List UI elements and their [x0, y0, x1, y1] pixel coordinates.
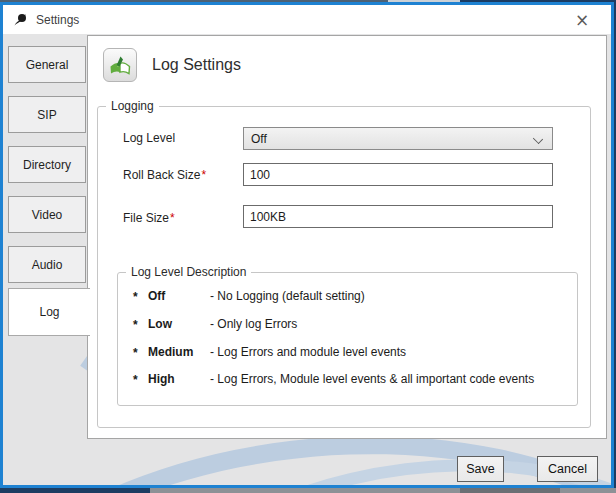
- close-icon[interactable]: ×: [567, 8, 597, 31]
- tab-label: Log: [39, 305, 59, 319]
- chevron-down-icon: [533, 134, 543, 144]
- log-settings-icon: [103, 48, 137, 82]
- asterisk-bullet-icon: *: [133, 373, 138, 387]
- tab-label: Audio: [32, 258, 63, 272]
- log-level-description-group: Log Level Description * Off - No Logging…: [117, 272, 578, 406]
- tab-label: SIP: [37, 108, 56, 122]
- description-row-low: * Low - Only log Errors: [118, 317, 577, 331]
- tab-general[interactable]: General: [8, 46, 86, 83]
- file-size-input[interactable]: [243, 205, 553, 228]
- asterisk-bullet-icon: *: [133, 346, 138, 360]
- background-bottom-strip: [0, 488, 616, 493]
- logging-group-legend: Logging: [106, 98, 159, 114]
- cancel-button[interactable]: Cancel: [537, 456, 598, 482]
- description-group-legend: Log Level Description: [126, 264, 251, 280]
- asterisk-bullet-icon: *: [133, 318, 138, 332]
- description-row-medium: * Medium - Log Errors and module level e…: [118, 345, 577, 359]
- logging-group: Logging Log Level Off Roll Back Size* Fi…: [97, 106, 591, 428]
- roll-back-size-label: Roll Back Size*: [123, 168, 206, 182]
- tab-label: General: [26, 58, 69, 72]
- log-level-select[interactable]: Off: [243, 127, 553, 150]
- tab-sip[interactable]: SIP: [8, 96, 86, 133]
- dialog-content: General SIP Directory Video Audio Log Lo…: [3, 34, 611, 485]
- app-icon: [12, 12, 28, 28]
- log-level-label: Log Level: [123, 131, 175, 145]
- save-button[interactable]: Save: [457, 456, 504, 482]
- page-title: Log Settings: [152, 56, 241, 74]
- description-row-off: * Off - No Logging (default setting): [118, 289, 577, 303]
- tab-audio[interactable]: Audio: [8, 246, 86, 283]
- tab-directory[interactable]: Directory: [8, 146, 86, 183]
- title-bar[interactable]: Settings ×: [3, 5, 611, 34]
- tab-label: Directory: [23, 158, 71, 172]
- settings-window: Settings × General SIP Directory Video A…: [0, 2, 614, 488]
- log-level-value: Off: [251, 132, 267, 146]
- log-settings-panel: Log Settings Logging Log Level Off Roll …: [87, 35, 607, 439]
- file-size-label: File Size*: [123, 211, 175, 225]
- tab-video[interactable]: Video: [8, 196, 86, 233]
- tab-log[interactable]: Log: [8, 288, 90, 336]
- window-title: Settings: [36, 13, 79, 27]
- asterisk-bullet-icon: *: [133, 290, 138, 304]
- roll-back-size-input[interactable]: [243, 163, 553, 186]
- tab-label: Video: [32, 208, 62, 222]
- description-row-high: * High - Log Errors, Module level events…: [118, 372, 577, 386]
